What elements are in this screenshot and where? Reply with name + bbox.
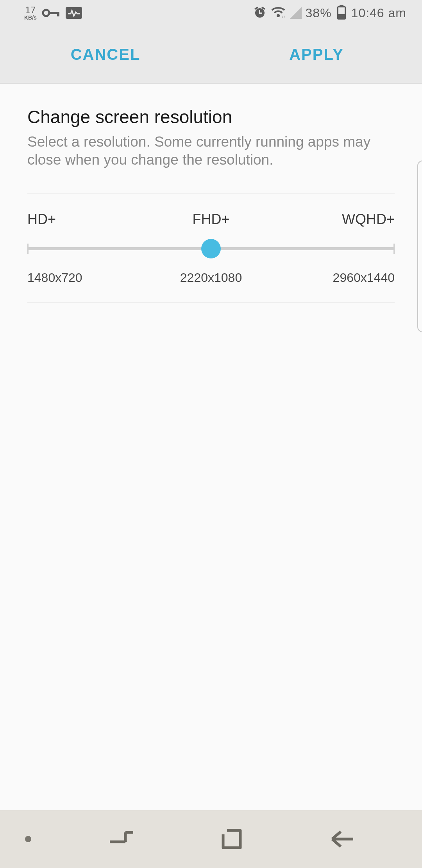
svg-rect-5: [259, 13, 262, 14]
divider: [27, 302, 395, 303]
home-button[interactable]: [177, 828, 287, 850]
battery-percent: 38%: [306, 6, 332, 20]
page-description: Select a resolution. Some currently runn…: [27, 133, 395, 169]
netspeed-indicator: 17 KB/s: [24, 5, 37, 20]
option-value-fhd: 868x422: [150, 271, 272, 285]
status-bar: 17 KB/s: [0, 0, 422, 26]
scroll-hint: [417, 160, 422, 332]
nav-dot: [25, 836, 31, 842]
option-value-wqhd: 2960x1440: [272, 271, 395, 285]
activity-icon: [66, 7, 82, 19]
vpn-key-icon: [42, 8, 60, 18]
navigation-bar: [0, 810, 422, 868]
status-right: ↓↑ 38% 10:46 am: [253, 5, 406, 20]
recents-icon: [107, 830, 136, 848]
alarm-icon: [253, 5, 266, 20]
slider-tick-1: [27, 244, 29, 254]
page-title: Change screen resolution: [27, 106, 395, 127]
resolution-values: 1480x720 868x422 2960x1440: [27, 271, 395, 285]
svg-point-0: [43, 10, 49, 16]
option-label-wqhd: WQHD+: [272, 211, 395, 228]
apply-button[interactable]: APPLY: [211, 26, 422, 83]
back-button[interactable]: [287, 829, 397, 849]
cell-signal-icon: [290, 7, 302, 19]
slider-thumb[interactable]: [201, 239, 221, 258]
home-icon: [221, 828, 243, 850]
status-left: 17 KB/s: [24, 5, 82, 20]
clock: 10:46 am: [351, 6, 406, 20]
option-label-fhd: FHD+: [150, 211, 272, 228]
recents-button[interactable]: [66, 830, 177, 848]
action-bar: CANCEL APPLY: [0, 26, 422, 84]
resolution-slider[interactable]: [27, 236, 395, 261]
option-label-hd: HD+: [27, 211, 150, 228]
netspeed-value: 17: [25, 5, 36, 15]
battery-icon: [337, 6, 346, 20]
wifi-icon: ↓↑: [270, 6, 286, 20]
svg-point-8: [277, 14, 280, 17]
cancel-button[interactable]: CANCEL: [0, 26, 211, 83]
slider-tick-3: [393, 244, 395, 254]
netspeed-unit: KB/s: [24, 15, 37, 20]
svg-text:↓↑: ↓↑: [281, 14, 285, 18]
resolution-labels: HD+ FHD+ WQHD+: [27, 211, 395, 228]
back-arrow-icon: [329, 829, 355, 849]
svg-rect-2: [57, 12, 59, 16]
resolution-slider-section: HD+ FHD+ WQHD+ 1480x720 868x422 2960x1…: [27, 194, 395, 302]
option-value-hd: 1480x720: [27, 271, 150, 285]
content: Change screen resolution Select a resolu…: [0, 84, 422, 303]
